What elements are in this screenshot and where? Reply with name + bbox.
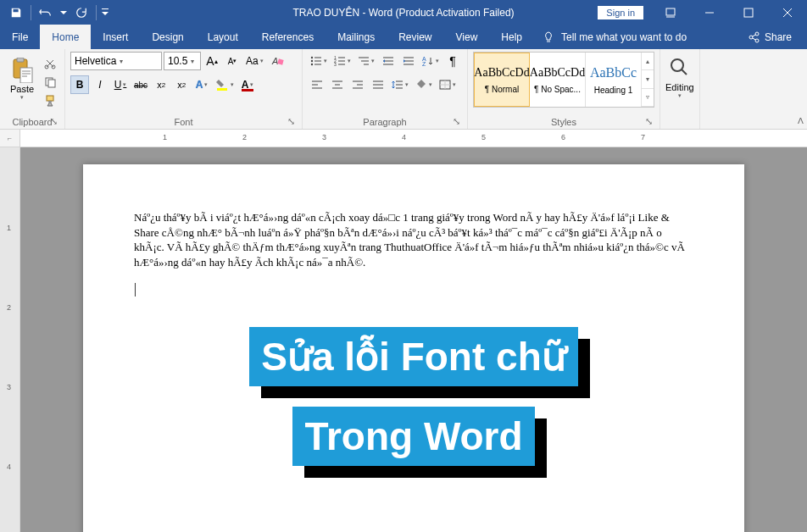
tab-insert[interactable]: Insert — [91, 25, 140, 49]
group-editing: Editing ▾ — [660, 49, 700, 129]
italic-button[interactable]: I — [91, 75, 109, 94]
save-icon[interactable] — [5, 2, 27, 24]
svg-rect-16 — [242, 89, 253, 91]
share-button[interactable]: Share — [732, 25, 807, 49]
style-normal[interactable]: AaBbCcDd ¶ Normal — [474, 53, 530, 107]
svg-rect-15 — [217, 88, 227, 91]
justify-icon[interactable] — [369, 75, 387, 94]
tab-selector[interactable]: ⌐ — [0, 130, 20, 147]
clipboard-dialog-launcher[interactable]: ⤡ — [47, 115, 59, 127]
align-right-icon[interactable] — [348, 75, 367, 94]
maximize-icon[interactable] — [729, 0, 768, 25]
font-name-combo[interactable]: Helvetica▾ — [70, 52, 162, 70]
tab-references[interactable]: References — [250, 25, 326, 49]
align-left-icon[interactable] — [308, 75, 326, 94]
ribbon: Paste ▾ Clipboard ⤡ Helvetica▾ 10.5▾ A▴ … — [0, 49, 807, 130]
sort-icon[interactable]: AZ — [420, 52, 442, 70]
redo-icon[interactable] — [70, 2, 92, 24]
tab-mailings[interactable]: Mailings — [326, 25, 387, 49]
shrink-font-icon[interactable]: A▾ — [223, 52, 242, 70]
paste-button[interactable]: Paste ▾ — [5, 55, 39, 103]
svg-rect-25 — [416, 88, 426, 91]
bullets-icon[interactable] — [308, 52, 330, 70]
styles-expand-icon[interactable]: ▿ — [642, 89, 654, 107]
styles-scroll-down-icon[interactable]: ▾ — [642, 70, 654, 88]
underline-button[interactable]: U — [111, 75, 130, 94]
ribbon-options-icon[interactable] — [651, 0, 690, 25]
clear-formatting-icon[interactable]: A — [268, 52, 287, 70]
align-center-icon[interactable] — [328, 75, 347, 94]
close-icon[interactable] — [768, 0, 807, 25]
svg-rect-0 — [666, 8, 675, 15]
cut-icon[interactable] — [41, 55, 59, 72]
ruler-vertical[interactable]: 1 2 3 4 — [0, 147, 20, 532]
text-effects-icon[interactable]: A — [192, 75, 211, 94]
show-hide-icon[interactable]: ¶ — [443, 52, 462, 70]
tell-me-search[interactable]: Tell me what you want to do — [534, 25, 695, 49]
svg-rect-7 — [20, 68, 32, 83]
group-paragraph: 123 AZ ¶ Paragraph ⤡ — [303, 49, 468, 129]
styles-scroll-up-icon[interactable]: ▴ — [642, 53, 654, 70]
ribbon-tabs: File Home Insert Design Layout Reference… — [0, 25, 807, 49]
collapse-ribbon-icon[interactable]: ᐱ — [798, 116, 804, 125]
undo-dropdown-icon[interactable] — [58, 2, 69, 24]
tab-view[interactable]: View — [444, 25, 490, 49]
numbering-icon[interactable]: 123 — [331, 52, 353, 70]
highlight-icon[interactable] — [213, 75, 237, 94]
svg-point-19 — [311, 64, 313, 65]
hero-graphic: Sửa lỗi Font chữ Trong Word — [134, 327, 693, 466]
window-title: TRAO DUYÊN - Word (Product Activation Fa… — [292, 7, 514, 19]
shading-icon[interactable] — [413, 75, 435, 94]
tab-review[interactable]: Review — [387, 25, 443, 49]
tab-layout[interactable]: Layout — [196, 25, 250, 49]
change-case-icon[interactable]: Aa — [243, 52, 266, 70]
grow-font-icon[interactable]: A▴ — [203, 52, 221, 70]
multilevel-list-icon[interactable] — [355, 52, 377, 70]
copy-icon[interactable] — [41, 74, 59, 91]
tab-home[interactable]: Home — [40, 25, 91, 49]
superscript-button[interactable]: x2 — [172, 75, 191, 94]
ruler-horizontal[interactable]: ⌐ 1 2 3 4 5 6 7 — [0, 130, 807, 147]
svg-rect-6 — [17, 58, 24, 62]
font-dialog-launcher[interactable]: ⤡ — [285, 115, 297, 127]
borders-icon[interactable] — [437, 75, 459, 94]
svg-point-17 — [311, 57, 313, 58]
sign-in-button[interactable]: Sign in — [597, 5, 644, 20]
tab-file[interactable]: File — [0, 25, 40, 49]
decrease-indent-icon[interactable] — [379, 52, 398, 70]
page[interactable]: Náº¿u tháº¥y bÃ i viáº¿t hÆ°á»›ng dáº«n … — [83, 164, 744, 532]
paragraph-dialog-launcher[interactable]: ⤡ — [450, 115, 462, 127]
increase-indent-icon[interactable] — [399, 52, 418, 70]
bold-button[interactable]: B — [70, 75, 89, 94]
work-area: 1 2 3 4 Náº¿u tháº¥y bÃ i viáº¿t hÆ°á»›n… — [0, 147, 807, 532]
style-heading-1[interactable]: AaBbCc Heading 1 — [586, 53, 642, 107]
style-no-spacing[interactable]: AaBbCcDd ¶ No Spac... — [530, 53, 586, 107]
font-color-icon[interactable]: A — [238, 75, 257, 94]
hero-line-2: Trong Word — [292, 407, 534, 466]
document-scroll[interactable]: Náº¿u tháº¥y bÃ i viáº¿t hÆ°á»›ng dáº«n … — [20, 147, 807, 532]
svg-rect-12 — [47, 96, 53, 101]
group-label-paragraph: Paragraph ⤡ — [308, 115, 462, 129]
font-size-combo[interactable]: 10.5▾ — [164, 52, 201, 70]
find-icon — [669, 57, 691, 79]
tab-help[interactable]: Help — [489, 25, 534, 49]
svg-text:A: A — [271, 56, 278, 66]
quick-access-toolbar — [0, 2, 115, 24]
tab-design[interactable]: Design — [140, 25, 195, 49]
undo-icon[interactable] — [35, 2, 57, 24]
qat-customize-icon[interactable] — [100, 2, 110, 24]
strikethrough-button[interactable]: abc — [131, 75, 150, 94]
title-bar: TRAO DUYÊN - Word (Product Activation Fa… — [0, 0, 807, 25]
styles-dialog-launcher[interactable]: ⤡ — [643, 115, 654, 127]
line-spacing-icon[interactable] — [389, 75, 411, 94]
group-font: Helvetica▾ 10.5▾ A▴ A▾ Aa A B I U abc x2… — [65, 49, 303, 129]
svg-text:3: 3 — [334, 62, 337, 66]
editing-button[interactable]: Editing ▾ — [665, 57, 694, 99]
svg-point-27 — [671, 59, 683, 71]
body-paragraph[interactable]: Náº¿u tháº¥y bÃ i viáº¿t hÆ°á»›ng dáº«n … — [134, 210, 693, 269]
group-label-clipboard: Clipboard ⤡ — [5, 115, 59, 129]
styles-gallery: AaBbCcDd ¶ Normal AaBbCcDd ¶ No Spac... … — [473, 52, 654, 108]
format-painter-icon[interactable] — [41, 92, 59, 109]
subscript-button[interactable]: x2 — [152, 75, 170, 94]
minimize-icon[interactable] — [690, 0, 729, 25]
